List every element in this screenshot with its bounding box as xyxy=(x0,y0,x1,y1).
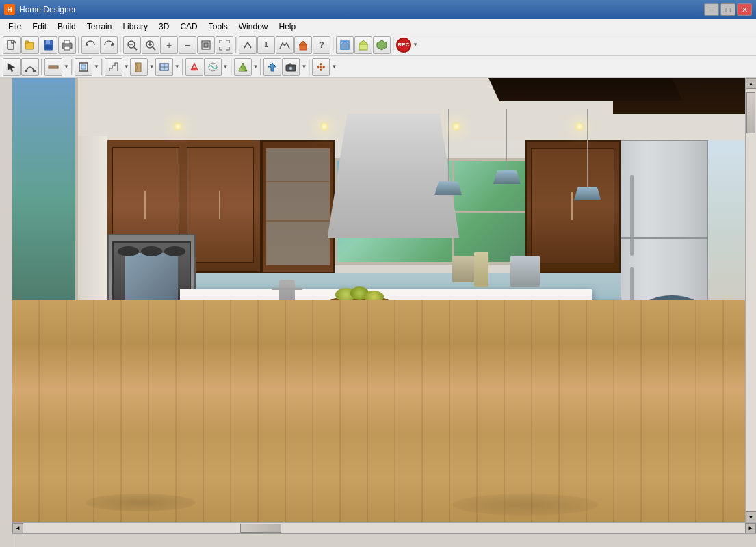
room-tool-button[interactable] xyxy=(75,58,92,76)
terrain-tool-button[interactable] xyxy=(234,58,252,76)
room-dropdown-arrow[interactable]: ▼ xyxy=(94,64,99,70)
wall-tool-button[interactable] xyxy=(44,58,62,76)
move-tool-button[interactable] xyxy=(312,58,330,76)
zoom-out-button[interactable] xyxy=(123,36,141,54)
menu-item-library[interactable]: Library xyxy=(117,19,153,34)
terrain-dropdown-arrow[interactable]: ▼ xyxy=(253,64,259,70)
window-dropdown-arrow[interactable]: ▼ xyxy=(174,64,180,70)
scroll-thumb-vertical[interactable] xyxy=(746,92,755,133)
house-button[interactable] xyxy=(294,36,312,54)
toolbar-secondary: ▼ ▼ ▼ ▼ ▼ ▼ ▼ ▼ ▼ xyxy=(0,56,756,78)
camera-dropdown-arrow[interactable]: ▼ xyxy=(301,64,307,70)
svg-rect-6 xyxy=(45,45,52,49)
arc-tool-button[interactable] xyxy=(21,58,39,76)
window-tool-button[interactable] xyxy=(155,58,173,76)
ceiling-beam-2 xyxy=(488,78,682,101)
rec-dropdown-arrow[interactable]: ▼ xyxy=(413,42,418,48)
horizontal-scrollbar[interactable]: ◄ ► xyxy=(12,522,756,533)
title-bar: H Home Designer − □ ✕ xyxy=(0,0,756,19)
menu-item-cad[interactable]: CAD xyxy=(174,19,203,34)
material-tool-button[interactable] xyxy=(204,58,222,76)
select-tool-button[interactable] xyxy=(3,58,21,76)
menu-item-terrain[interactable]: Terrain xyxy=(81,19,118,34)
zoom-in-button[interactable] xyxy=(142,36,159,54)
close-button[interactable]: ✕ xyxy=(737,3,752,16)
title-bar-controls: − □ ✕ xyxy=(704,3,752,16)
wall-dropdown-arrow[interactable]: ▼ xyxy=(64,64,69,70)
zoom-minus-button[interactable]: − xyxy=(179,36,196,54)
menu-item-build[interactable]: Build xyxy=(52,19,81,34)
svg-point-49 xyxy=(320,66,322,68)
material-dropdown-arrow[interactable]: ▼ xyxy=(223,64,229,70)
coffee-maker xyxy=(510,256,540,287)
knob-1 xyxy=(118,246,139,256)
maximize-button[interactable]: □ xyxy=(720,3,735,16)
scroll-down-button[interactable]: ▼ xyxy=(746,511,757,522)
door-tool-button[interactable] xyxy=(130,58,148,76)
svg-rect-9 xyxy=(64,46,70,50)
cabinet-handle-2 xyxy=(219,191,220,219)
wall-column-left xyxy=(78,136,107,381)
menu-item-help[interactable]: Help xyxy=(273,19,301,34)
stool-leg-1 xyxy=(669,333,675,449)
separator-1 xyxy=(78,37,79,53)
pendant-light-2 xyxy=(488,109,525,221)
stool-base-3 xyxy=(525,459,584,475)
stool-seat-2 xyxy=(579,317,640,350)
redo-button[interactable] xyxy=(100,36,118,54)
burner-1 xyxy=(391,307,429,322)
scroll-thumb-horizontal[interactable] xyxy=(240,524,281,533)
move-dropdown-arrow[interactable]: ▼ xyxy=(331,64,337,70)
count-button[interactable]: 1 xyxy=(257,36,275,54)
scroll-track-vertical[interactable] xyxy=(746,89,756,511)
menu-item-tools[interactable]: Tools xyxy=(203,19,233,34)
svg-marker-19 xyxy=(299,41,307,45)
scroll-up-button[interactable]: ▲ xyxy=(746,78,757,89)
spot-light-2 xyxy=(320,122,328,131)
island-faucet xyxy=(279,280,294,321)
menu-item-file[interactable]: File xyxy=(3,19,27,34)
paint-tool-button[interactable] xyxy=(185,58,203,76)
menu-item-3d[interactable]: 3D xyxy=(153,19,174,34)
stool-far-right xyxy=(635,291,708,522)
expand-button[interactable] xyxy=(216,36,233,54)
open-button[interactable] xyxy=(21,36,39,54)
pendant-light-1 xyxy=(430,109,467,221)
rec-button[interactable]: REC xyxy=(396,38,411,53)
oven-knobs xyxy=(118,246,186,256)
menu-item-window[interactable]: Window xyxy=(233,19,274,34)
door-dropdown-arrow[interactable]: ▼ xyxy=(149,64,155,70)
3d-view-button[interactable] xyxy=(373,36,391,54)
scroll-right-button[interactable]: ► xyxy=(745,523,756,534)
new-button[interactable] xyxy=(3,36,21,54)
fruit-3 xyxy=(364,291,384,303)
vertical-scrollbar[interactable]: ▲ ▼ xyxy=(745,78,756,522)
scroll-left-button[interactable]: ◄ xyxy=(12,523,23,534)
arrow-up-button[interactable] xyxy=(239,36,257,54)
undo-button[interactable] xyxy=(81,36,99,54)
svg-rect-43 xyxy=(289,64,291,66)
stairs-tool-button[interactable] xyxy=(105,58,122,76)
fit-view-button[interactable] xyxy=(197,36,215,54)
3d-house-button[interactable] xyxy=(354,36,372,54)
svg-point-26 xyxy=(25,70,27,72)
separator-4 xyxy=(333,37,334,53)
scroll-track-horizontal[interactable] xyxy=(23,523,745,533)
question-button[interactable]: ? xyxy=(313,36,330,54)
faucet-spout xyxy=(272,288,302,290)
menu-item-edit[interactable]: Edit xyxy=(27,19,52,34)
print-button[interactable] xyxy=(58,36,76,54)
stairs-dropdown-arrow[interactable]: ▼ xyxy=(124,64,129,70)
peak-button[interactable] xyxy=(276,36,294,54)
save-button[interactable] xyxy=(40,36,57,54)
stool-leg-2 xyxy=(607,351,612,455)
viewport[interactable]: VIKING xyxy=(12,78,745,522)
arrow-tool-button[interactable] xyxy=(263,58,281,76)
minimize-button[interactable]: − xyxy=(704,3,719,16)
floor-plan-button[interactable] xyxy=(336,36,354,54)
cabinet-door-2 xyxy=(187,147,254,263)
camera-tool-button[interactable] xyxy=(282,58,300,76)
knob-3 xyxy=(164,246,185,256)
zoom-plus-button[interactable]: + xyxy=(160,36,178,54)
svg-rect-0 xyxy=(8,40,14,49)
